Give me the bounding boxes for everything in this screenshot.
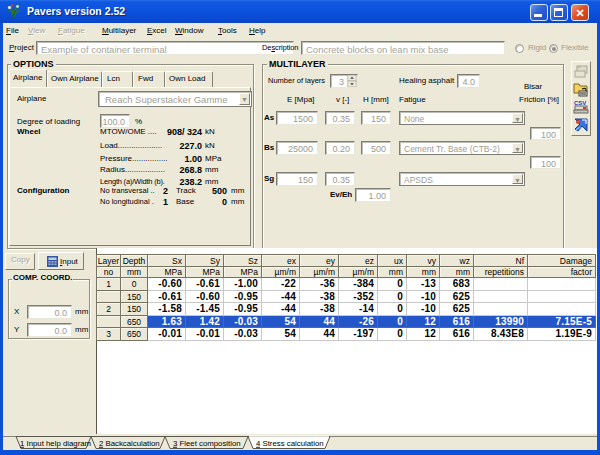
svg-text:CSV: CSV	[574, 100, 586, 106]
svg-text:4 Stress calculation: 4 Stress calculation	[256, 439, 324, 448]
svg-text:2 Backcalculation: 2 Backcalculation	[99, 439, 160, 448]
svg-text:1 Input help diagram: 1 Input help diagram	[20, 439, 91, 448]
svg-text:3 Fleet composition: 3 Fleet composition	[173, 439, 241, 448]
